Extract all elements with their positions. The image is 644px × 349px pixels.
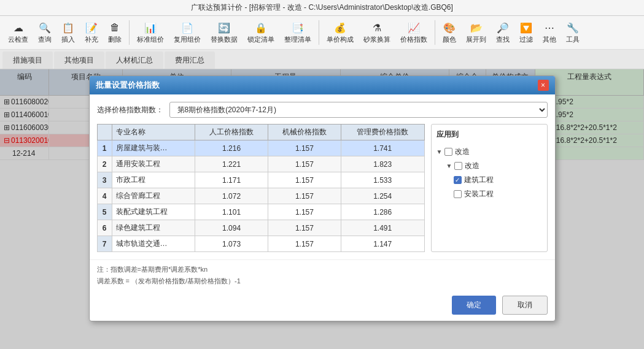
period-label: 选择价格指数期数：	[97, 105, 163, 115]
table-row-7[interactable]: 7 城市轨道交通… 1.073 1.157 1.147	[97, 236, 424, 252]
cell-mgmt-4: 1.254	[341, 188, 424, 204]
cell-num-6: 6	[97, 220, 112, 236]
toolbar-cloud-check-btn[interactable]: ☁ 云检查	[4, 18, 33, 47]
toolbar-supplement-btn[interactable]: 📝 补充	[80, 18, 103, 47]
sep1	[129, 20, 130, 45]
query-icon: 🔍	[38, 21, 52, 34]
tree-item-root[interactable]: ▼ 改造	[436, 145, 542, 159]
table-row-5[interactable]: 5 装配式建筑工程 1.101 1.157 1.286	[97, 204, 424, 220]
toolbar-lock-clear-btn[interactable]: 🔒 锁定清单	[243, 18, 279, 47]
table-panel: 专业名称 人工价格指数 机械价格指数 管理费价格指数 1 房屋建筑与装… 1.2…	[97, 124, 425, 252]
dialog-note-1: 注：指数调差=基期费用*调差系数*kn	[97, 265, 548, 274]
toolbar-replace-data-btn[interactable]: 🔄 替换数据	[206, 18, 242, 47]
cell-machine-7: 1.157	[268, 236, 341, 252]
cell-mgmt-6: 1.491	[341, 220, 424, 236]
cell-name-3: 市政工程	[112, 172, 195, 188]
delete-icon: 🗑	[108, 21, 122, 34]
table-row-6[interactable]: 6 绿色建筑工程 1.094 1.157 1.491	[97, 220, 424, 236]
panels: 专业名称 人工价格指数 机械价格指数 管理费价格指数 1 房屋建筑与装… 1.2…	[97, 124, 548, 252]
toolbar-find-btn[interactable]: 🔎 查找	[492, 18, 514, 47]
toolbar-standard-group-btn[interactable]: 📊 标准组价	[133, 18, 168, 47]
filter-label: 过滤	[519, 35, 533, 44]
color-icon: 🎨	[443, 21, 456, 34]
app-title: 广联达预算计价 - [招标管理 - 改造 - C:\Users\Administ…	[191, 3, 453, 12]
period-select[interactable]: 第8期价格指数(2020年7-12月) 第7期价格指数(2020年1-6月) 第…	[169, 102, 548, 118]
expand-to-label: 展开到	[466, 35, 486, 44]
tab-measures[interactable]: 措施项目	[2, 52, 53, 69]
cloud-check-label: 云检查	[8, 35, 28, 44]
cell-labor-7: 1.073	[195, 236, 268, 252]
cell-machine-3: 1.157	[268, 172, 341, 188]
cell-name-4: 综合管廊工程	[112, 188, 195, 204]
cell-num-7: 7	[97, 236, 112, 252]
toolbar-price-index-btn[interactable]: 📈 价格指数	[396, 18, 432, 47]
price-index-label: 价格指数	[400, 35, 427, 44]
replace-data-label: 替换数据	[211, 35, 238, 44]
cell-name-7: 城市轨道交通…	[112, 236, 195, 252]
tree-checkbox-installation[interactable]	[454, 190, 462, 198]
toolbar-expand-to-btn[interactable]: 📂 展开到	[462, 18, 491, 47]
cell-mgmt-1: 1.741	[341, 140, 424, 156]
toolbar-copy-group-btn[interactable]: 📄 复用组价	[169, 18, 205, 47]
tab-labor-machine[interactable]: 人材机汇总	[106, 52, 163, 69]
unit-compose-icon: 💰	[333, 21, 347, 34]
query-label: 查询	[38, 35, 52, 44]
main-content: 编码 项目名称 单位 工程量 综合单价 综合合价 单价构成文件 工程量表达式 ⊞…	[0, 69, 644, 349]
apply-to-panel: 应用到 ▼ 改造 ▼ 改造	[431, 124, 548, 252]
cell-num-2: 2	[97, 156, 112, 172]
table-row-2[interactable]: 2 通用安装工程 1.221 1.157 1.823	[97, 156, 424, 172]
cell-machine-1: 1.157	[268, 140, 341, 156]
tree-label-root: 改造	[455, 147, 470, 157]
tab-fee-summary[interactable]: 费用汇总	[165, 52, 215, 69]
toolbar-color-btn[interactable]: 🎨 颜色	[438, 18, 460, 47]
toolbar-insert-btn[interactable]: 📋 插入	[57, 18, 79, 47]
toolbar-tools-btn[interactable]: 🔧 工具	[562, 18, 584, 47]
tree-label-construction: 建筑工程	[464, 175, 494, 185]
table-row-1[interactable]: 1 房屋建筑与装… 1.216 1.157 1.741	[97, 140, 424, 156]
toolbar-delete-btn[interactable]: 🗑 删除	[104, 18, 126, 47]
toolbar-mortar-calc-btn[interactable]: ⚗ 砂浆换算	[359, 18, 395, 47]
insert-icon: 📋	[61, 21, 75, 34]
table-row-3[interactable]: 3 市政工程 1.171 1.157 1.533	[97, 172, 424, 188]
cell-num-3: 3	[97, 172, 112, 188]
cell-labor-1: 1.216	[195, 140, 268, 156]
delete-label: 删除	[108, 35, 122, 44]
dialog-close-button[interactable]: ×	[538, 80, 549, 91]
tab-bar: 措施项目 其他项目 人材机汇总 费用汇总	[0, 50, 644, 69]
tree-item-level1[interactable]: ▼ 改造	[436, 159, 542, 173]
tree-checkbox-level1[interactable]	[454, 162, 462, 170]
tab-other-items[interactable]: 其他项目	[54, 52, 104, 69]
toolbar: ☁ 云检查 🔍 查询 📋 插入 📝 补充 🗑 删除 📊 标准组价 📄 复用组价 …	[0, 16, 644, 50]
cell-num-1: 1	[97, 140, 112, 156]
cell-name-5: 装配式建筑工程	[112, 204, 195, 220]
expand-to-icon: 📂	[470, 21, 483, 34]
tree-arrow-level1: ▼	[446, 163, 452, 169]
other-icon: ⋯	[543, 21, 556, 34]
tree-checkbox-construction[interactable]: ✓	[454, 176, 462, 184]
sep3	[435, 20, 435, 45]
organize-clear-label: 整理清单	[284, 35, 311, 44]
cell-mgmt-5: 1.286	[341, 204, 424, 220]
toolbar-other-btn[interactable]: ⋯ 其他	[538, 18, 561, 47]
cancel-button[interactable]: 取消	[502, 296, 548, 315]
toolbar-filter-btn[interactable]: 🔽 过滤	[515, 18, 537, 47]
confirm-button[interactable]: 确定	[452, 296, 496, 315]
find-icon: 🔎	[496, 21, 510, 34]
unit-compose-label: 单价构成	[327, 35, 354, 44]
tools-label: 工具	[566, 35, 580, 44]
tree-item-installation[interactable]: 安装工程	[436, 187, 542, 201]
table-row-4[interactable]: 4 综合管廊工程 1.072 1.157 1.254	[97, 188, 424, 204]
filter-icon: 🔽	[519, 21, 533, 34]
organize-clear-icon: 📑	[291, 21, 305, 34]
cell-labor-6: 1.094	[195, 220, 268, 236]
tree-item-construction[interactable]: ✓ 建筑工程	[436, 173, 542, 187]
insert-label: 插入	[61, 35, 75, 44]
standard-group-label: 标准组价	[137, 35, 164, 44]
toolbar-unit-compose-btn[interactable]: 💰 单价构成	[322, 18, 358, 47]
toolbar-query-btn[interactable]: 🔍 查询	[34, 18, 56, 47]
dialog-title: 批量设置价格指数	[96, 80, 160, 91]
tree-checkbox-root[interactable]	[444, 148, 452, 156]
toolbar-organize-clear-btn[interactable]: 📑 整理清单	[280, 18, 316, 47]
cell-name-6: 绿色建筑工程	[112, 220, 195, 236]
find-label: 查找	[496, 35, 510, 44]
